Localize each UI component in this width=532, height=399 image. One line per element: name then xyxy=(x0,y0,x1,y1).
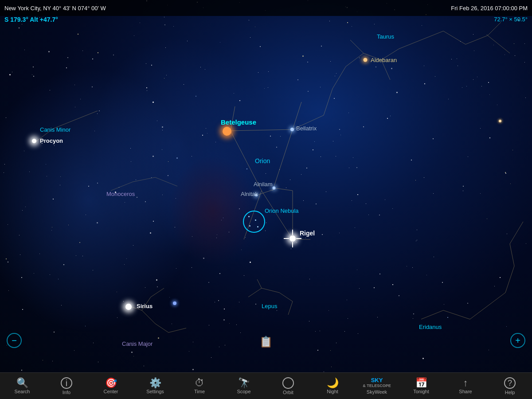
svg-line-16 xyxy=(350,40,364,53)
label-aldebaran: Aldebaran xyxy=(371,57,397,63)
svg-line-29 xyxy=(262,288,279,293)
night-label: Night xyxy=(327,389,338,394)
view-size-display: 72.7° × 50.5° xyxy=(494,16,528,23)
star-alnilam[interactable] xyxy=(273,187,276,190)
zoom-minus-icon: − xyxy=(12,336,17,346)
tonight-label: Tonight xyxy=(413,389,429,394)
star-sirius[interactable] xyxy=(125,304,132,310)
svg-line-31 xyxy=(288,301,293,315)
search-label: Search xyxy=(15,389,30,394)
toolbar-settings[interactable]: ⚙️ Settings xyxy=(133,373,177,399)
svg-line-21 xyxy=(346,53,364,66)
zoom-plus-button[interactable]: + xyxy=(510,333,525,348)
star-rigel[interactable] xyxy=(289,235,296,242)
svg-line-38 xyxy=(510,244,514,266)
scope-icon: 🔭 xyxy=(238,378,250,388)
svg-line-18 xyxy=(466,35,488,44)
svg-line-37 xyxy=(505,266,514,293)
svg-line-24 xyxy=(293,115,324,129)
svg-line-23 xyxy=(324,89,332,115)
toolbar-night[interactable]: 🌙 Night xyxy=(310,373,355,399)
svg-line-15 xyxy=(381,60,390,80)
svg-line-17 xyxy=(443,31,466,44)
notes-icon: 📋 xyxy=(259,336,273,348)
sky-map[interactable]: // Generate random stars programmaticall… xyxy=(0,0,532,372)
time-icon: ⏱ xyxy=(195,378,204,388)
toolbar-share[interactable]: ↑ Share xyxy=(443,373,488,399)
orion-nebula-indicator xyxy=(243,211,265,233)
label-lepus: Lepus xyxy=(262,303,277,309)
crosshair-left xyxy=(284,238,289,239)
label-eridanus: Eridanus xyxy=(419,324,442,330)
info-icon: i xyxy=(61,377,72,389)
toolbar-tonight[interactable]: 📅 Tonight xyxy=(399,373,443,399)
toolbar-skyweek[interactable]: SKY& TELESCOPE SkyWeek xyxy=(355,373,399,399)
star-bellatrix[interactable] xyxy=(290,128,294,131)
toolbar-orbit[interactable]: Orbit xyxy=(266,373,310,399)
skyweek-brand: SKY& TELESCOPE xyxy=(363,377,391,388)
label-bellatrix: Bellatrix xyxy=(296,125,317,132)
tonight-icon: 📅 xyxy=(415,378,427,388)
label-taurus: Taurus xyxy=(377,33,394,40)
star-aldebaran[interactable] xyxy=(364,58,368,62)
info-overlay: S 179.3° Alt +47.7° xyxy=(4,16,58,23)
toolbar-search[interactable]: 🔍 Search xyxy=(0,373,44,399)
notes-button[interactable]: 📋 xyxy=(259,336,273,348)
search-icon: 🔍 xyxy=(16,378,28,388)
svg-line-39 xyxy=(510,222,523,244)
svg-line-20 xyxy=(488,22,501,35)
toolbar-scope[interactable]: 🔭 Scope xyxy=(222,373,266,399)
svg-line-12 xyxy=(381,49,399,60)
night-icon: 🌙 xyxy=(327,378,339,388)
crosshair-top xyxy=(292,230,293,235)
star-procyon[interactable] xyxy=(32,139,36,143)
svg-line-42 xyxy=(155,324,168,332)
skyweek-label: SkyWeek xyxy=(367,390,387,395)
svg-line-13 xyxy=(399,40,421,49)
toolbar-help[interactable]: ? Help xyxy=(488,373,532,399)
toolbar-info[interactable]: i Info xyxy=(44,373,89,399)
svg-line-33 xyxy=(421,310,443,319)
help-icon: ? xyxy=(504,377,516,389)
time-label: Time xyxy=(194,389,205,394)
crosshair-bottom xyxy=(292,242,293,247)
svg-line-10 xyxy=(293,102,301,129)
toolbar: 🔍 Search i Info 🎯 Center ⚙️ Settings ⏱ T… xyxy=(0,372,532,399)
label-canis-major: Canis Major xyxy=(122,340,153,347)
info-label: Info xyxy=(63,390,70,395)
center-label: Center xyxy=(103,389,118,394)
sun-azimuth-display: S 179.3° Alt +47.7° xyxy=(4,16,58,23)
scope-label: Scope xyxy=(237,389,250,394)
svg-line-30 xyxy=(279,293,293,301)
star-betelgeuse[interactable] xyxy=(223,127,231,136)
label-rigel: Rigel xyxy=(300,230,315,237)
svg-line-28 xyxy=(248,288,262,297)
help-label: Help xyxy=(505,390,515,395)
share-label: Share xyxy=(459,389,472,394)
svg-line-43 xyxy=(168,328,186,332)
datetime-display: Fri Feb 26, 2016 07:00:00 PM xyxy=(451,5,528,12)
toolbar-time[interactable]: ⏱ Time xyxy=(177,373,222,399)
svg-line-19 xyxy=(488,35,510,53)
svg-line-35 xyxy=(470,306,488,319)
settings-icon: ⚙️ xyxy=(149,378,161,388)
svg-line-34 xyxy=(443,310,470,319)
svg-line-32 xyxy=(257,279,262,288)
settings-label: Settings xyxy=(146,389,164,394)
svg-line-36 xyxy=(488,293,505,306)
orbit-label: Orbit xyxy=(283,390,293,395)
toolbar-center[interactable]: 🎯 Center xyxy=(89,373,133,399)
zoom-plus-icon: + xyxy=(515,336,520,346)
header-bar: New York City, NY 40° 43' N 074° 00' W F… xyxy=(0,0,532,16)
location-display: New York City, NY 40° 43' N 074° 00' W xyxy=(4,5,106,12)
crosshair-right xyxy=(296,238,301,239)
star-alnitak[interactable] xyxy=(255,194,258,196)
share-icon: ↑ xyxy=(463,378,468,388)
svg-line-22 xyxy=(332,66,346,89)
orbit-icon xyxy=(282,377,294,389)
svg-line-14 xyxy=(421,31,443,40)
zoom-minus-button[interactable]: − xyxy=(7,333,22,348)
center-icon: 🎯 xyxy=(105,378,117,388)
